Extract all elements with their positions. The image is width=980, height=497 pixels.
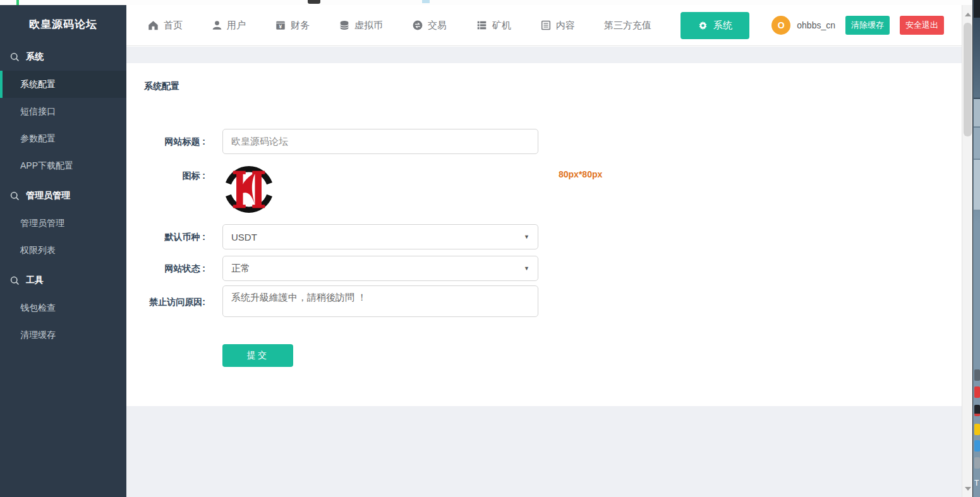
desktop-icon-fragment bbox=[974, 405, 980, 416]
clear-cache-button[interactable]: 清除缓存 bbox=[845, 16, 890, 35]
nav-item-label: 首页 bbox=[164, 20, 183, 32]
icon-row: 图标 : 80px*80px bbox=[144, 163, 962, 216]
sidebar-item-param-config[interactable]: 参数配置 bbox=[0, 125, 126, 152]
sidebar-section-tools[interactable]: 工具 bbox=[0, 266, 126, 294]
avatar[interactable]: O bbox=[771, 16, 790, 35]
sidebar-section-admin[interactable]: 管理员管理 bbox=[0, 182, 126, 210]
nav-item-trade[interactable]: 交易 bbox=[412, 20, 447, 32]
sidebar: 欧皇源码论坛 系统 系统配置 短信接口 参数配置 APP下载配置 管理员管理 管… bbox=[0, 5, 126, 497]
window-edge-fragment bbox=[974, 128, 980, 159]
window-edge-fragment bbox=[974, 160, 980, 210]
desktop-edge: T bbox=[972, 0, 980, 497]
nav-item-label: 交易 bbox=[428, 20, 447, 32]
sidebar-section-label: 工具 bbox=[26, 275, 44, 286]
user-icon bbox=[212, 20, 222, 31]
submit-row: 提交 bbox=[144, 344, 962, 367]
site-title-row: 网站标题 : bbox=[144, 129, 962, 154]
sidebar-item-wallet-check[interactable]: 钱包检查 bbox=[0, 294, 126, 321]
finance-icon: ¥ bbox=[275, 20, 286, 31]
main-content: 系统配置 网站标题 : 图标 : bbox=[126, 47, 962, 497]
username: ohbbs_cn bbox=[797, 20, 835, 30]
miner-icon bbox=[476, 20, 488, 31]
nav-item-label: 矿机 bbox=[492, 20, 511, 32]
window-edge-fragment bbox=[974, 99, 980, 127]
system-config-form: 网站标题 : 图标 : bbox=[144, 129, 962, 367]
chevron-down-icon: ▼ bbox=[524, 265, 529, 272]
page-title: 系统配置 bbox=[144, 81, 962, 92]
site-status-row: 网站状态 : 正常 ▼ bbox=[144, 256, 962, 281]
nav-item-label: 系统 bbox=[713, 20, 732, 32]
nav-item-label: 内容 bbox=[556, 20, 575, 32]
svg-text:¥: ¥ bbox=[279, 23, 282, 30]
site-title-input[interactable] bbox=[222, 129, 538, 154]
scrollbar-thumb[interactable] bbox=[964, 23, 972, 136]
nav-item-content[interactable]: 内容 bbox=[540, 20, 575, 32]
selected-status: 正常 bbox=[231, 263, 250, 275]
nav-item-users[interactable]: 用户 bbox=[212, 20, 246, 32]
icon-label: 图标 : bbox=[144, 163, 205, 216]
site-status-label: 网站状态 : bbox=[144, 256, 205, 281]
currency-row: 默认币种 : USDT ▼ bbox=[144, 224, 962, 249]
desktop-icon-fragment bbox=[974, 369, 980, 381]
sidebar-section-label: 系统 bbox=[26, 51, 44, 63]
deny-reason-textarea[interactable]: 系统升級維護中，請稍後訪問 ！ bbox=[222, 285, 538, 317]
sidebar-item-system-config[interactable]: 系统配置 bbox=[0, 71, 126, 98]
desktop-icon-fragment bbox=[974, 424, 980, 435]
nav-item-label: 用户 bbox=[227, 20, 246, 32]
trade-icon bbox=[412, 20, 423, 31]
window-edge-fragment bbox=[974, 0, 980, 18]
crypto-icon bbox=[339, 20, 350, 31]
nav-item-crypto[interactable]: 虚拟币 bbox=[339, 20, 383, 32]
admin-page: 欧皇源码论坛 系统 系统配置 短信接口 参数配置 APP下载配置 管理员管理 管… bbox=[0, 0, 980, 497]
deny-reason-label: 禁止访问原因: bbox=[144, 285, 205, 317]
nav-item-label: 虚拟币 bbox=[354, 20, 383, 32]
nav-item-finance[interactable]: ¥ 财务 bbox=[275, 20, 310, 32]
chevron-down-icon: ▼ bbox=[524, 234, 529, 240]
gear-icon bbox=[698, 20, 708, 31]
logout-button[interactable]: 安全退出 bbox=[900, 16, 944, 35]
search-icon bbox=[9, 52, 20, 63]
home-icon bbox=[147, 20, 159, 31]
nav-item-label: 财务 bbox=[291, 20, 310, 32]
config-panel: 系统配置 网站标题 : 图标 : bbox=[126, 63, 962, 406]
browser-chrome-sliver bbox=[0, 0, 980, 5]
deny-reason-row: 禁止访问原因: 系统升級維護中，請稍後訪問 ！ bbox=[144, 285, 962, 317]
chrome-fragment bbox=[422, 0, 430, 3]
sidebar-title: 欧皇源码论坛 bbox=[0, 5, 126, 43]
sidebar-item-app-download-config[interactable]: APP下载配置 bbox=[0, 152, 126, 179]
sidebar-item-sms-api[interactable]: 短信接口 bbox=[0, 98, 126, 125]
site-title-label: 网站标题 : bbox=[144, 129, 205, 154]
nav-item-label: 第三方充值 bbox=[604, 20, 651, 32]
scroll-down-arrow[interactable] bbox=[965, 487, 971, 491]
scroll-up-arrow[interactable] bbox=[965, 13, 971, 16]
sidebar-item-clear-cache[interactable]: 清理缓存 bbox=[0, 321, 126, 349]
sidebar-item-admin-manage[interactable]: 管理员管理 bbox=[0, 210, 126, 237]
icon-size-hint: 80px*80px bbox=[559, 169, 602, 179]
search-icon bbox=[9, 191, 20, 201]
sidebar-section-system[interactable]: 系统 bbox=[0, 43, 126, 71]
submit-button[interactable]: 提交 bbox=[222, 344, 293, 367]
search-icon bbox=[9, 275, 20, 286]
desktop-icon-fragment bbox=[974, 386, 980, 398]
nav-item-thirdparty-recharge[interactable]: 第三方充值 bbox=[604, 20, 651, 32]
sidebar-item-permission-list[interactable]: 权限列表 bbox=[0, 237, 126, 264]
nav-item-system-active[interactable]: 系统 bbox=[681, 12, 749, 39]
nav-item-home[interactable]: 首页 bbox=[147, 20, 183, 32]
default-currency-select[interactable]: USDT ▼ bbox=[222, 224, 538, 249]
vertical-scrollbar[interactable] bbox=[962, 5, 972, 497]
currency-label: 默认币种 : bbox=[144, 224, 205, 249]
content-icon bbox=[540, 20, 552, 31]
chrome-fragment bbox=[308, 0, 320, 4]
desktop-icon-fragment bbox=[974, 440, 980, 452]
desktop-icon-text-fragment: T bbox=[974, 479, 979, 488]
chrome-fragment bbox=[16, 0, 19, 5]
site-status-select[interactable]: 正常 ▼ bbox=[222, 256, 538, 281]
desktop-icon-fragment bbox=[974, 457, 980, 469]
window-edge-fragment bbox=[974, 18, 980, 99]
nav-item-miner[interactable]: 矿机 bbox=[476, 20, 511, 32]
top-navbar: 首页 用户 ¥ 财务 虚拟币 交易 矿机 内容 第三方充值 bbox=[126, 5, 962, 46]
sidebar-section-label: 管理员管理 bbox=[26, 190, 70, 201]
selected-currency: USDT bbox=[231, 232, 257, 243]
site-logo-N-emblem[interactable] bbox=[222, 163, 275, 216]
